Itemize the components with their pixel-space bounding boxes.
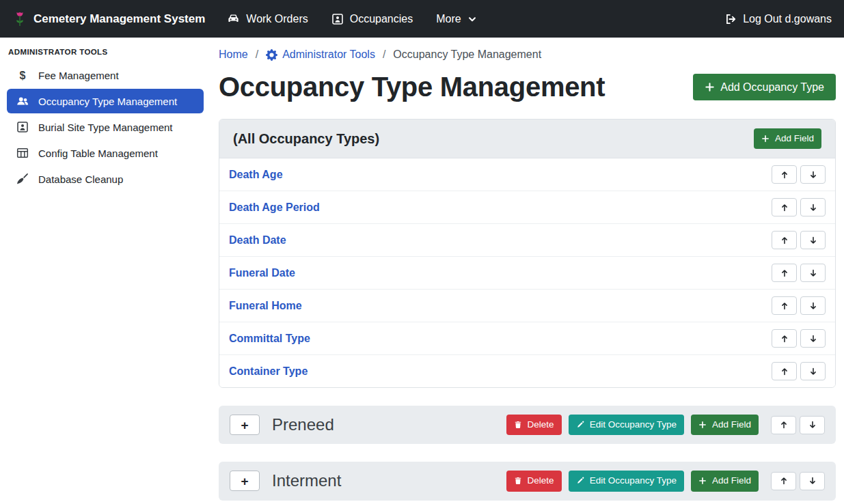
plus-icon — [698, 477, 707, 485]
move-up-button[interactable] — [772, 231, 797, 249]
sidebar-item-burial-site-type-management[interactable]: Burial Site Type Management — [7, 115, 204, 139]
sidebar-section-header: Administrator Tools — [0, 39, 210, 64]
sidebar-item-config-table-management[interactable]: Config Table Management — [7, 141, 204, 165]
flower-logo-icon — [12, 11, 27, 27]
app-brand[interactable]: Cemetery Management System — [12, 11, 205, 27]
move-up-button[interactable] — [772, 296, 797, 315]
breadcrumb-separator: / — [256, 48, 258, 61]
car-icon — [227, 12, 240, 25]
top-navbar: Cemetery Management System Work Orders O… — [0, 0, 844, 38]
nav-item-work-orders[interactable]: Work Orders — [227, 12, 308, 25]
delete-button[interactable]: Delete — [506, 471, 562, 491]
add-field-button[interactable]: Add Field — [691, 415, 759, 435]
move-up-button[interactable] — [772, 264, 797, 282]
field-link[interactable]: Death Date — [229, 234, 286, 247]
delete-button[interactable]: Delete — [506, 415, 562, 435]
main-content: Home / Administrator Tools / Occupancy T… — [210, 38, 844, 504]
reorder-controls — [772, 296, 826, 315]
move-down-button[interactable] — [800, 472, 825, 490]
person-frame-icon — [16, 121, 29, 133]
pencil-icon — [576, 477, 584, 485]
breadcrumb-home-link[interactable]: Home — [219, 48, 248, 61]
expand-button[interactable]: + — [230, 471, 260, 491]
plus-icon — [761, 135, 770, 143]
arrow-down-icon — [808, 367, 818, 376]
all-occupancy-types-card: (All Occupancy Types) Add Field Death Ag… — [219, 119, 836, 388]
reorder-controls — [772, 264, 826, 282]
field-link[interactable]: Container Type — [229, 365, 308, 378]
add-occupancy-type-button[interactable]: Add Occupancy Type — [693, 74, 836, 100]
all-types-card-header: (All Occupancy Types) Add Field — [219, 120, 835, 158]
breadcrumb-current: Occupancy Type Management — [393, 48, 541, 61]
move-down-button[interactable] — [800, 165, 826, 184]
move-up-button[interactable] — [771, 416, 796, 434]
reorder-controls — [772, 362, 826, 380]
broom-icon — [16, 173, 29, 185]
sidebar-item-label: Fee Management — [38, 70, 119, 81]
field-row: Container Type — [219, 355, 835, 387]
field-link[interactable]: Committal Type — [229, 333, 310, 345]
trash-icon — [514, 477, 522, 485]
reorder-controls — [771, 472, 825, 490]
pencil-icon — [576, 421, 584, 429]
gear-icon — [266, 49, 277, 61]
sidebar-item-fee-management[interactable]: $ Fee Management — [7, 64, 204, 87]
move-down-button[interactable] — [800, 416, 825, 434]
field-row: Committal Type — [219, 322, 835, 355]
nav-item-more[interactable]: More — [436, 13, 476, 25]
section-title: Preneed — [272, 415, 334, 434]
move-up-button[interactable] — [772, 362, 797, 380]
title-row: Occupancy Type Management Add Occupancy … — [219, 72, 836, 102]
sidebar-item-label: Burial Site Type Management — [38, 122, 173, 133]
page-title: Occupancy Type Management — [219, 72, 605, 102]
arrow-down-icon — [808, 420, 817, 430]
field-link[interactable]: Funeral Date — [229, 267, 295, 279]
person-frame-icon — [331, 13, 344, 25]
field-link[interactable]: Death Age Period — [229, 201, 320, 214]
move-down-button[interactable] — [800, 231, 826, 249]
move-down-button[interactable] — [800, 296, 826, 315]
move-up-button[interactable] — [772, 165, 797, 184]
move-up-button[interactable] — [772, 198, 797, 216]
nav-item-label: More — [436, 13, 461, 25]
move-up-button[interactable] — [772, 329, 797, 348]
trash-icon — [514, 421, 522, 429]
breadcrumb-separator: / — [383, 48, 385, 61]
logout-button[interactable]: Log Out d.gowans — [724, 13, 832, 25]
all-types-add-field-button[interactable]: Add Field — [754, 128, 821, 149]
field-row: Death Date — [219, 224, 835, 257]
arrow-up-icon — [780, 170, 789, 180]
field-link[interactable]: Death Age — [229, 169, 283, 181]
sidebar-item-occupancy-type-management[interactable]: Occupancy Type Management — [7, 89, 204, 113]
arrow-down-icon — [808, 268, 818, 278]
all-types-card-title: (All Occupancy Types) — [233, 131, 379, 147]
arrow-down-icon — [808, 236, 818, 245]
breadcrumb-admin-tools-link[interactable]: Administrator Tools — [266, 48, 375, 61]
sidebar-item-database-cleanup[interactable]: Database Cleanup — [7, 167, 204, 191]
move-down-button[interactable] — [800, 362, 826, 380]
brand-title: Cemetery Management System — [33, 12, 205, 26]
edit-occupancy-type-button[interactable]: Edit Occupancy Type — [569, 415, 684, 435]
sidebar-item-label: Config Table Management — [38, 148, 158, 159]
section-title: Interment — [272, 471, 341, 490]
move-up-button[interactable] — [771, 472, 796, 490]
arrow-up-icon — [780, 236, 789, 245]
sidebar-item-label: Occupancy Type Management — [38, 96, 177, 107]
move-down-button[interactable] — [800, 198, 826, 216]
edit-occupancy-type-button[interactable]: Edit Occupancy Type — [569, 471, 684, 491]
arrow-down-icon — [808, 301, 818, 311]
plus-icon — [698, 421, 707, 429]
nav-item-label: Occupancies — [350, 13, 413, 25]
field-row: Death Age — [219, 158, 835, 191]
move-down-button[interactable] — [800, 329, 826, 348]
nav-item-occupancies[interactable]: Occupancies — [331, 13, 413, 25]
arrow-down-icon — [808, 203, 818, 212]
reorder-controls — [771, 416, 825, 434]
add-field-button[interactable]: Add Field — [691, 471, 759, 491]
arrow-up-icon — [780, 203, 789, 212]
expand-button[interactable]: + — [230, 415, 260, 435]
occupancy-type-section-interment: + Interment Delete Edit Occupancy Type A… — [219, 462, 836, 500]
field-link[interactable]: Funeral Home — [229, 300, 302, 312]
sidebar: Administrator Tools $ Fee Management Occ… — [0, 38, 210, 504]
move-down-button[interactable] — [800, 264, 826, 282]
